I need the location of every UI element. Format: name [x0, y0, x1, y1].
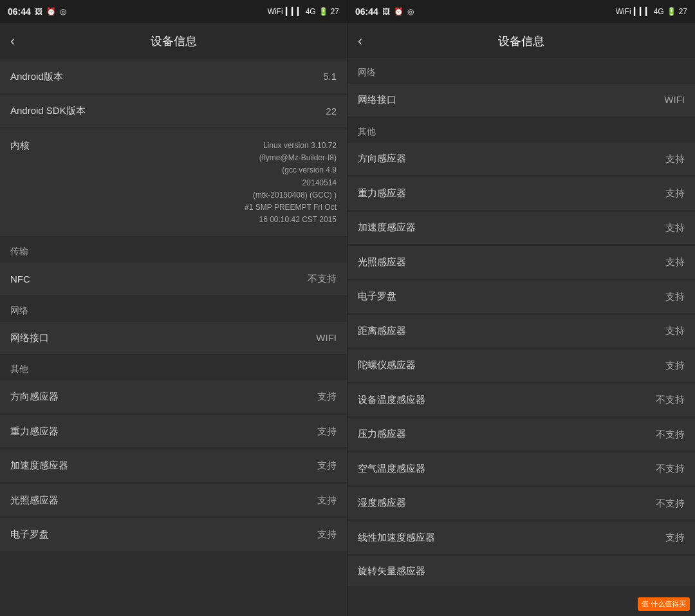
left-row-light-sensor: 光照感应器 支持	[0, 484, 347, 518]
right-status-time: 06:44	[355, 6, 378, 17]
left-row-compass: 电子罗盘 支持	[0, 518, 347, 551]
right-row-rotation-sensor: 旋转矢量感应器	[348, 556, 695, 586]
right-row-network-interface: 网络接口 WIFI	[348, 84, 695, 117]
right-row-gravity-sensor: 重力感应器 支持	[348, 177, 695, 210]
right-row-direction-sensor: 方向感应器 支持	[348, 143, 695, 176]
left-row-nfc: NFC 不支持	[0, 263, 347, 296]
left-header-title: 设备信息	[151, 33, 197, 49]
right-row-network-interface-label: 网络接口	[358, 94, 396, 106]
right-row-compass-value: 支持	[665, 290, 685, 304]
right-row-gravity-sensor-label: 重力感应器	[358, 187, 406, 200]
right-row-direction-sensor-label: 方向感应器	[358, 153, 406, 165]
right-row-direction-sensor-value: 支持	[665, 152, 685, 167]
left-status-right: WiFi ▎▎▎ 4G 🔋 27	[268, 7, 339, 16]
left-row-gravity-sensor-label: 重力感应器	[10, 425, 59, 438]
left-row-light-sensor-label: 光照感应器	[10, 494, 59, 507]
right-row-humidity-sensor-value: 不支持	[656, 496, 685, 511]
right-status-right: WiFi ▎▎▎ 4G 🔋 27	[616, 7, 687, 16]
left-photo-icon: 🖼	[35, 7, 42, 16]
left-content: Android版本 5.1 Android SDK版本 22 内核 Linux …	[0, 59, 347, 616]
left-location-icon: ◎	[60, 7, 66, 16]
right-row-light-sensor: 光照感应器 支持	[348, 246, 695, 279]
right-row-compass-label: 电子罗盘	[358, 290, 396, 303]
left-back-button[interactable]: ‹	[10, 33, 15, 50]
right-row-distance-sensor-label: 距离感应器	[358, 325, 406, 337]
left-row-compass-label: 电子罗盘	[10, 528, 49, 541]
right-row-gravity-sensor-value: 支持	[665, 186, 685, 201]
right-row-temp-sensor: 设备温度感应器 不支持	[348, 384, 695, 417]
left-status-left: 06:44 🖼 ⏰ ◎	[8, 6, 66, 17]
right-row-compass: 电子罗盘 支持	[348, 281, 695, 314]
right-section-header-other: 其他	[348, 118, 695, 142]
left-row-android-version-value: 5.1	[323, 70, 337, 84]
left-section-header-network: 网络	[0, 297, 347, 321]
right-row-gyro-sensor-value: 支持	[665, 359, 685, 373]
right-row-humidity-sensor-label: 湿度感应器	[358, 497, 406, 509]
right-row-accel-sensor: 加速度感应器 支持	[348, 212, 695, 245]
left-row-android-version-label: Android版本	[10, 71, 63, 83]
left-row-network-interface-value: WIFI	[316, 331, 337, 346]
left-battery-pct: 27	[331, 7, 339, 16]
right-row-rotation-sensor-label: 旋转矢量感应器	[358, 565, 425, 577]
left-row-gravity-sensor-value: 支持	[317, 424, 337, 439]
right-row-humidity-sensor: 湿度感应器 不支持	[348, 487, 695, 521]
left-phone-panel: 06:44 🖼 ⏰ ◎ WiFi ▎▎▎ 4G 🔋 27 ‹ 设备信息 Andr…	[0, 0, 348, 616]
right-row-temp-sensor-value: 不支持	[656, 393, 685, 407]
left-row-sdk-version: Android SDK版本 22	[0, 95, 347, 129]
left-section-header-other: 其他	[0, 356, 347, 379]
left-row-nfc-label: NFC	[10, 274, 30, 285]
right-row-accel-sensor-label: 加速度感应器	[358, 221, 416, 234]
left-battery-icon: 🔋	[319, 7, 328, 16]
right-location-icon: ◎	[407, 7, 414, 16]
left-row-direction-sensor-label: 方向感应器	[10, 391, 59, 403]
right-row-air-temp-sensor-label: 空气温度感应器	[358, 463, 425, 475]
right-row-linear-accel-sensor-label: 线性加速度感应器	[358, 532, 435, 544]
right-battery-icon: 🔋	[667, 7, 676, 16]
left-row-direction-sensor: 方向感应器 支持	[0, 380, 347, 414]
left-row-light-sensor-value: 支持	[317, 493, 337, 508]
right-row-air-temp-sensor-value: 不支持	[656, 462, 685, 476]
right-back-button[interactable]: ‹	[358, 33, 362, 50]
right-status-left: 06:44 🖼 ⏰ ◎	[355, 6, 414, 17]
left-section-header-transmission: 传输	[0, 238, 347, 261]
right-battery-pct: 27	[679, 7, 687, 16]
left-row-kernel-value: Linux version 3.10.72(flyme@Mz-Builder-I…	[245, 140, 337, 226]
left-row-compass-value: 支持	[317, 527, 337, 542]
left-row-gravity-sensor: 重力感应器 支持	[0, 415, 347, 449]
right-row-network-interface-value: WIFI	[664, 93, 685, 107]
right-status-bar: 06:44 🖼 ⏰ ◎ WiFi ▎▎▎ 4G 🔋 27	[348, 0, 695, 23]
left-signal-icon: ▎▎▎	[286, 7, 303, 16]
right-row-linear-accel-sensor: 线性加速度感应器 支持	[348, 521, 695, 555]
right-phone-panel: 06:44 🖼 ⏰ ◎ WiFi ▎▎▎ 4G 🔋 27 ‹ 设备信息 网络 网…	[348, 0, 695, 616]
right-row-pressure-sensor: 压力感应器 不支持	[348, 418, 695, 452]
right-signal-icon: ▎▎▎	[634, 7, 651, 16]
right-row-linear-accel-sensor-value: 支持	[665, 530, 685, 545]
right-section-header-network: 网络	[348, 59, 695, 82]
right-row-distance-sensor: 距离感应器 支持	[348, 315, 695, 348]
left-wifi-icon: WiFi	[268, 7, 283, 16]
watermark: 值 什么值得买	[638, 597, 690, 611]
left-status-bar: 06:44 🖼 ⏰ ◎ WiFi ▎▎▎ 4G 🔋 27	[0, 0, 347, 23]
right-row-gyro-sensor-label: 陀螺仪感应器	[358, 359, 416, 371]
right-header-title: 设备信息	[498, 33, 544, 49]
left-row-accel-sensor-label: 加速度感应器	[10, 460, 68, 472]
right-wifi-icon: WiFi	[616, 7, 631, 16]
right-row-light-sensor-label: 光照感应器	[358, 256, 406, 268]
left-row-sdk-value: 22	[326, 104, 337, 119]
left-app-header: ‹ 设备信息	[0, 23, 347, 59]
right-row-pressure-sensor-value: 不支持	[656, 427, 685, 442]
right-content: 网络 网络接口 WIFI 其他 方向感应器 支持 重力感应器 支持 加速度感应器…	[348, 59, 695, 616]
left-row-kernel: 内核 Linux version 3.10.72(flyme@Mz-Builde…	[0, 129, 347, 237]
left-row-kernel-label: 内核	[10, 140, 30, 152]
left-row-nfc-value: 不支持	[308, 272, 337, 286]
right-4g-icon: 4G	[654, 7, 664, 16]
left-alarm-icon: ⏰	[46, 7, 56, 16]
right-row-light-sensor-value: 支持	[665, 255, 685, 270]
right-row-distance-sensor-value: 支持	[665, 324, 685, 339]
right-row-air-temp-sensor: 空气温度感应器 不支持	[348, 453, 695, 486]
left-4g-icon: 4G	[306, 7, 316, 16]
left-row-accel-sensor-value: 支持	[317, 458, 337, 473]
right-row-temp-sensor-label: 设备温度感应器	[358, 394, 425, 406]
left-row-android-version: Android版本 5.1	[0, 61, 347, 94]
left-row-network-interface: 网络接口 WIFI	[0, 322, 347, 355]
